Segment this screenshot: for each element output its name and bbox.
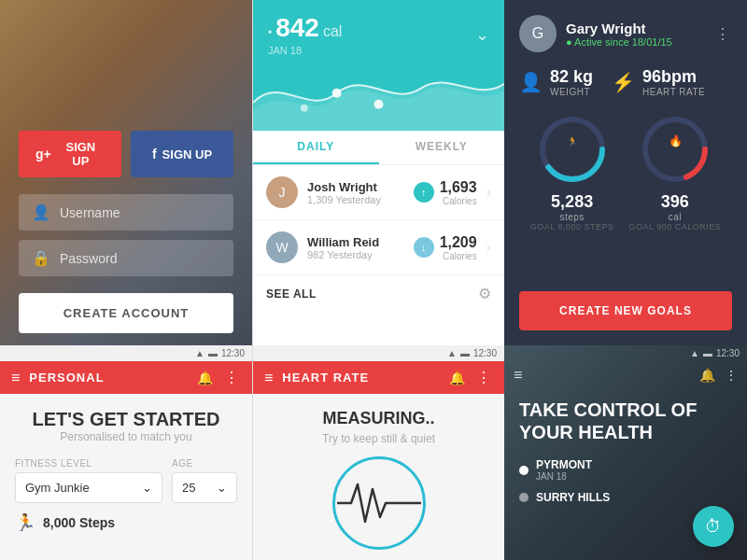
- login-panel: g+ SIGN UP f SIGN UP 👤 Username 🔒 Passwo…: [0, 0, 252, 345]
- calories-circle: 🔥 396 cal GOAL 900 CALORIES: [629, 112, 722, 231]
- chevron-down-icon: ⌄: [475, 24, 489, 45]
- personal-header: ≡ PERSONAL 🔔 ⋮: [0, 361, 252, 394]
- steps-value: 8,000 Steps: [43, 515, 115, 530]
- settings-icon[interactable]: ⚙: [478, 285, 491, 302]
- hamburger-menu-icon[interactable]: ≡: [11, 370, 20, 386]
- calories-tabs: DAILY WEEKLY: [253, 131, 504, 165]
- battery-icon: ▬: [208, 348, 218, 358]
- heartbeat-waveform: [337, 470, 421, 536]
- more-icon[interactable]: ⋮: [224, 369, 241, 386]
- chevron-right-icon: ›: [486, 184, 491, 201]
- calories-footer: SEE ALL ⚙: [253, 275, 504, 312]
- google-signup-button[interactable]: g+ SIGN UP: [19, 131, 121, 177]
- header-icons: 🔔 ⋮: [197, 369, 241, 386]
- william-avatar: W: [266, 231, 298, 263]
- heartrate-header-icons: 🔔 ⋮: [449, 369, 493, 386]
- chevron-down-icon-2: ⌄: [217, 481, 227, 495]
- calories-panel: • 842 cal JAN 18 ⌄ DAILY WEEKLY J Josh W…: [252, 0, 504, 345]
- heartrate-panel: ▲ ▬ 12:30 ≡ HEART RATE 🔔 ⋮ MEASURING.. T…: [252, 345, 504, 560]
- notification-icon-2[interactable]: 🔔: [449, 371, 465, 385]
- user-icon: 👤: [32, 203, 50, 221]
- svg-point-0: [332, 89, 342, 98]
- heartrate-circle: [332, 456, 426, 550]
- hamburger-menu-icon-2[interactable]: ≡: [264, 370, 273, 386]
- health-panel: G Gary Wright ● Active since 18/01/15 ⋮ …: [504, 0, 747, 345]
- control-title: TAKE CONTROL OF YOUR HEALTH: [519, 399, 732, 443]
- more-icon-3[interactable]: ⋮: [725, 368, 738, 383]
- more-icon-2[interactable]: ⋮: [476, 369, 493, 386]
- tab-daily[interactable]: DAILY: [253, 131, 379, 164]
- create-account-button[interactable]: CREATE ACCOUNT: [19, 293, 233, 333]
- location-1-info: PYRMONT JAN 18: [536, 458, 592, 482]
- location-row-surry: SURRY HILLS: [519, 491, 732, 504]
- battery-icon-2: ▬: [460, 348, 470, 358]
- steps-circle: 🏃 5,283 steps GOAL 8,000 STEPS: [530, 112, 614, 231]
- person-icon: 👤: [519, 71, 543, 93]
- josh-avatar: J: [266, 176, 298, 208]
- personal-panel: ▲ ▬ 12:30 ≡ PERSONAL 🔔 ⋮ LET'S GET START…: [0, 345, 252, 560]
- timer-fab-button[interactable]: ⏱: [693, 506, 734, 547]
- timer-icon: ⏱: [705, 517, 722, 537]
- hamburger-menu-icon-3[interactable]: ≡: [514, 367, 522, 384]
- steps-display: 🏃 8,000 Steps: [15, 512, 237, 533]
- heartrate-body: MEASURING.. Try to keep still & quiet: [253, 394, 504, 560]
- see-all-link[interactable]: SEE ALL: [266, 287, 317, 301]
- user-row-william: W William Reid 982 Yesterday ↓ 1,209 Cal…: [253, 220, 504, 275]
- location-dot-1: [519, 466, 529, 475]
- health-user-info: Gary Wright ● Active since 18/01/15: [566, 21, 672, 48]
- chevron-right-icon-2: ›: [486, 239, 491, 256]
- username-field[interactable]: 👤 Username: [19, 194, 233, 231]
- location-row-pyrmont: PYRMONT JAN 18: [519, 458, 732, 482]
- social-buttons-row: g+ SIGN UP f SIGN UP: [19, 131, 233, 177]
- personal-body: LET'S GET STARTED Personalised to match …: [0, 394, 252, 560]
- signal-icon-2: ▲: [447, 348, 457, 358]
- svg-text:🏃: 🏃: [567, 135, 579, 147]
- run-icon: 🏃: [15, 512, 35, 533]
- password-field[interactable]: 🔒 Password: [19, 240, 233, 276]
- heartrate-status-bar: ▲ ▬ 12:30: [253, 345, 504, 361]
- health-user-row: G Gary Wright ● Active since 18/01/15 ⋮: [519, 15, 732, 52]
- notification-icon-3[interactable]: 🔔: [699, 368, 715, 383]
- calories-date: JAN 18: [268, 45, 342, 56]
- location-dot-2: [519, 493, 529, 502]
- control-header-icons: 🔔 ⋮: [699, 368, 738, 383]
- create-goals-button[interactable]: CREATE NEW GOALS: [519, 291, 732, 330]
- time-display-2: 12:30: [473, 348, 497, 358]
- josh-calories: ↑ 1,693 Calories: [414, 179, 477, 206]
- notification-icon[interactable]: 🔔: [197, 371, 213, 385]
- tab-weekly[interactable]: WEEKLY: [379, 131, 505, 164]
- health-avatar: G: [519, 15, 557, 52]
- svg-text:🔥: 🔥: [668, 133, 682, 147]
- chevron-down-icon: ⌄: [142, 481, 152, 495]
- signal-icon-3: ▲: [690, 348, 699, 358]
- time-display: 12:30: [221, 348, 245, 358]
- user-row-josh: J Josh Wright 1,309 Yesterday ↑ 1,693 Ca…: [253, 165, 504, 220]
- up-arrow-icon: ↑: [414, 182, 434, 203]
- form-row-fitness: FITNESS LEVEL Gym Junkie ⌄ AGE 25 ⌄: [15, 458, 237, 503]
- calories-header: • 842 cal JAN 18 ⌄: [253, 0, 504, 56]
- more-options-icon[interactable]: ⋮: [715, 25, 732, 43]
- control-header: ≡ 🔔 ⋮: [504, 361, 747, 389]
- svg-point-2: [301, 105, 308, 112]
- battery-icon-3: ▬: [703, 348, 712, 358]
- health-stats-row: 👤 82 kg WEIGHT ⚡ 96bpm HEART RATE: [519, 67, 732, 97]
- facebook-icon: f: [152, 147, 157, 161]
- control-panel: ▲ ▬ 12:30 ≡ 🔔 ⋮ TAKE CONTROL OF YOUR HEA…: [504, 345, 747, 560]
- svg-point-1: [374, 100, 384, 109]
- bolt-icon: ⚡: [612, 71, 635, 93]
- facebook-signup-button[interactable]: f SIGN UP: [131, 131, 233, 177]
- personal-status-bar: ▲ ▬ 12:30: [0, 345, 252, 361]
- lock-icon: 🔒: [32, 249, 50, 267]
- weight-stat: 👤 82 kg WEIGHT: [519, 67, 593, 97]
- heartrate-stat: ⚡ 96bpm HEART RATE: [612, 67, 705, 97]
- calories-amount: 842: [275, 13, 319, 43]
- health-status: ● Active since 18/01/15: [566, 36, 672, 48]
- signal-icon: ▲: [195, 348, 204, 358]
- calories-unit: cal: [323, 23, 342, 40]
- calories-chart: • 842 cal JAN 18 ⌄: [253, 0, 504, 131]
- william-calories: ↓ 1,209 Calories: [414, 234, 477, 261]
- age-select[interactable]: 25 ⌄: [172, 472, 237, 503]
- josh-info: Josh Wright 1,309 Yesterday: [307, 180, 404, 205]
- fitness-level-select[interactable]: Gym Junkie ⌄: [15, 472, 162, 503]
- google-icon: g+: [35, 147, 51, 161]
